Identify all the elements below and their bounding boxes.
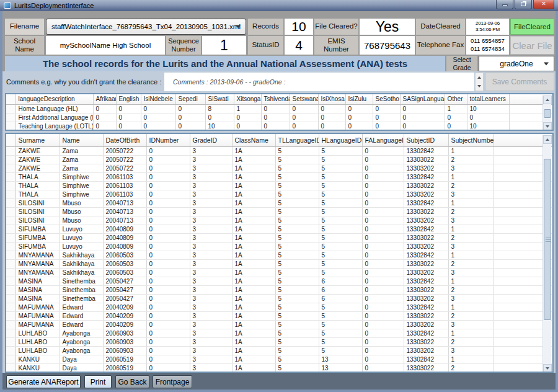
table-row[interactable]: MNYAMANASakhikhaya20060503031A5501330320…	[6, 268, 552, 277]
scroll-down-icon[interactable]	[476, 82, 483, 91]
table-row[interactable]: THALASimphiwe20061103031A550133028421	[6, 172, 552, 181]
table-row[interactable]: MASINASinethemba20050427031A560133032023	[6, 294, 552, 303]
table-row[interactable]: ZAKWEZama20050722031A550133032023	[6, 164, 552, 172]
column-header[interactable]: SASignLanguage	[400, 94, 445, 104]
cell: 0	[373, 122, 400, 130]
column-header[interactable]: totalLearners	[467, 94, 509, 104]
column-header[interactable]: IsiZulu	[345, 94, 373, 104]
generate-ana-report-button[interactable]: Generate ANAReport	[6, 375, 81, 388]
table-row[interactable]: SIFUMBALuvuyo20040809031A550133028421	[6, 225, 552, 233]
grade-dropdown[interactable]: gradeOne	[479, 56, 554, 71]
column-header[interactable]: IsiXhosa	[318, 94, 345, 104]
column-header[interactable]: Name	[60, 134, 103, 146]
cell: 0	[373, 113, 400, 122]
table-row[interactable]: First Additional Language (FAL)000000000…	[6, 113, 552, 122]
column-header[interactable]: English	[116, 94, 141, 104]
table-row[interactable]: SIFUMBALuvuyo20040809031A550133030222	[6, 233, 552, 242]
file-cleared-button[interactable]: FileCleared	[510, 19, 554, 35]
scroll-up-icon[interactable]	[476, 73, 483, 82]
table-row[interactable]: MAFUMANAEdward20040209031A550133030222	[6, 311, 552, 320]
table-row[interactable]: ZAKWEZama20050722031A550133030222	[6, 155, 552, 164]
table-row[interactable]: SILOSINIMbuso20040713031A550133028421	[6, 198, 552, 207]
table-row[interactable]: THALASimphiwe20061103031A550133030222	[6, 181, 552, 190]
table-row[interactable]: MNYAMANASakhikhaya20060503031A5501330284…	[6, 251, 552, 259]
scrollbar-thumb[interactable]	[544, 159, 551, 320]
column-header[interactable]: FALanguageID	[362, 134, 404, 146]
cell: 0	[141, 104, 175, 113]
column-header[interactable]: Xitsonga	[234, 94, 261, 104]
app-icon	[4, 2, 11, 9]
scroll-down-icon[interactable]	[543, 364, 552, 373]
table-row[interactable]: KANKUDaya20060519031A5130133030222	[6, 363, 552, 372]
column-header[interactable]: IDNumber	[146, 134, 190, 146]
table-row[interactable]: SILOSINIMbuso20040713031A550133030222	[6, 207, 552, 216]
scroll-down-icon[interactable]	[543, 122, 552, 131]
cell: Mbuso	[60, 216, 103, 225]
column-header[interactable]: SubjectID	[404, 134, 448, 146]
column-header[interactable]: SiSwati	[205, 94, 234, 104]
column-header[interactable]: HLanguageID	[319, 134, 362, 146]
table-row[interactable]: SIFUMBALuvuyo20040809031A550133032023	[6, 242, 552, 251]
comments-scrollbar[interactable]	[475, 73, 484, 91]
restore-button[interactable]	[515, 0, 532, 9]
column-header[interactable]: Other	[445, 94, 467, 104]
comments-input[interactable]: Comments : 2013-09-06 - - gradeOne :	[164, 73, 474, 91]
language-table-scrollbar[interactable]	[542, 96, 551, 131]
table-row[interactable]: Teaching Language (LOTL)0000100000000010	[6, 122, 552, 130]
cell: ZAKWE	[16, 155, 60, 164]
cell: 5	[275, 198, 319, 207]
cell: 0	[146, 277, 190, 285]
students-table-scrollbar[interactable]	[542, 135, 551, 373]
chevron-down-icon	[544, 62, 549, 65]
column-header[interactable]: languageDescription	[16, 94, 93, 104]
table-row[interactable]: MNYAMANASakhikhaya20060503031A5501330302…	[6, 259, 552, 268]
cell: 0	[290, 122, 318, 130]
filename-value: staffWatchInterface_768795643_Tx04_20130…	[51, 23, 241, 30]
column-header[interactable]: Tshivenda	[261, 94, 290, 104]
cell: 13302842	[404, 277, 448, 285]
scrollbar-thumb[interactable]	[544, 109, 551, 118]
cell: 1A	[232, 225, 275, 233]
table-row[interactable]: THALASimphiwe20061103031A550133032023	[6, 190, 552, 198]
table-row[interactable]: LUHLABOAyabonga20060903031A550133032023	[6, 346, 552, 355]
column-header[interactable]: GradeID	[190, 134, 232, 146]
cell: 3	[190, 294, 232, 303]
table-row[interactable]: SILOSINIMbuso20040713031A550133032023	[6, 216, 552, 225]
cell: 0	[146, 337, 190, 346]
cell: 1	[448, 277, 494, 285]
cell: 0	[146, 363, 190, 372]
table-row[interactable]: KANKUDaya20060519031A5130133028421	[6, 355, 552, 363]
row-gutter	[6, 242, 16, 251]
column-header[interactable]: Sepedi	[175, 94, 205, 104]
print-button[interactable]: Print	[84, 375, 112, 388]
table-row[interactable]: MASINASinethemba20050427031A560133028421	[6, 277, 552, 285]
column-header[interactable]: Afrikaans	[93, 94, 116, 104]
scroll-up-icon[interactable]	[543, 96, 552, 104]
frontpage-button[interactable]: Frontpage	[153, 375, 192, 388]
table-row[interactable]: ZAKWEZama20050722031A550133028421	[6, 146, 552, 155]
column-header[interactable]: IsiNdebele	[141, 94, 175, 104]
go-back-button[interactable]: Go Back	[115, 375, 149, 388]
cell: 0	[362, 320, 404, 329]
table-row[interactable]: Home Language (HL)000081000000110	[6, 104, 552, 113]
column-header[interactable]: ClassName	[232, 134, 275, 146]
save-comments-button[interactable]: Save Comments	[485, 73, 554, 91]
column-header[interactable]: DateOfBirth	[103, 134, 146, 146]
cell: 20050427	[103, 277, 146, 285]
column-header[interactable]: Surname	[16, 134, 60, 146]
close-button[interactable]: ✕	[533, 0, 554, 9]
table-row[interactable]: MAFUMANAEdward20040209031A550133032023	[6, 320, 552, 329]
clear-file-button[interactable]: Clear File	[510, 36, 554, 55]
scroll-up-icon[interactable]	[543, 135, 552, 144]
column-header[interactable]: SeSotho	[373, 94, 400, 104]
table-row[interactable]: LUHLABOAyabonga20060903031A550133030222	[6, 337, 552, 346]
row-gutter	[6, 320, 16, 329]
table-row[interactable]: MAFUMANAEdward20040209031A550133028421	[6, 303, 552, 311]
filename-dropdown[interactable]: staffWatchInterface_768795643_Tx04_20130…	[46, 19, 246, 35]
column-header[interactable]: Setswana	[290, 94, 318, 104]
table-row[interactable]: LUHLABOAyabonga20060903031A550133028421	[6, 329, 552, 337]
column-header[interactable]: SubjectNumber	[448, 134, 494, 146]
minimize-button[interactable]	[496, 0, 513, 9]
table-row[interactable]: MASINASinethemba20050427031A560133030222	[6, 285, 552, 294]
column-header[interactable]: TLLanguageID	[275, 134, 319, 146]
